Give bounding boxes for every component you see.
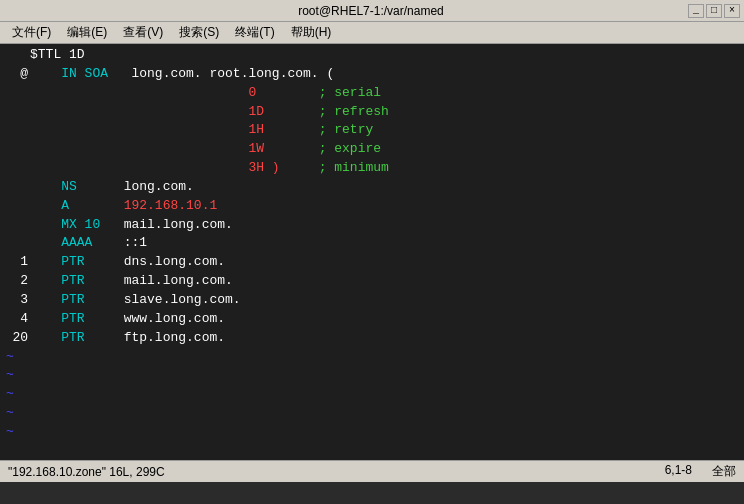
editor-line: 3 PTR slave.long.com. (6, 291, 738, 310)
minimize-button[interactable]: _ (688, 4, 704, 18)
title-bar-title: root@RHEL7-1:/var/named (54, 4, 688, 18)
editor-line: ~ (6, 404, 738, 423)
status-position: 6,1-8 (665, 463, 692, 480)
editor-line: 0 ; serial (6, 84, 738, 103)
menu-edit[interactable]: 编辑(E) (59, 22, 115, 43)
status-right: 6,1-8 全部 (665, 463, 736, 480)
editor-line: 1 PTR dns.long.com. (6, 253, 738, 272)
editor-line: A 192.168.10.1 (6, 197, 738, 216)
editor-line: MX 10 mail.long.com. (6, 216, 738, 235)
editor-line: 1W ; expire (6, 140, 738, 159)
editor-line: ~ (6, 366, 738, 385)
editor-line: 4 PTR www.long.com. (6, 310, 738, 329)
editor-content: $TTL 1D@ IN SOA long.com. root.long.com.… (0, 44, 744, 444)
editor-line: 20 PTR ftp.long.com. (6, 329, 738, 348)
editor-line: 2 PTR mail.long.com. (6, 272, 738, 291)
editor-line: ~ (6, 385, 738, 404)
title-bar-controls: _ □ × (688, 4, 740, 18)
menu-help[interactable]: 帮助(H) (283, 22, 340, 43)
editor-line: 1H ; retry (6, 121, 738, 140)
editor-line: ~ (6, 423, 738, 442)
menu-search[interactable]: 搜索(S) (171, 22, 227, 43)
menu-bar: 文件(F) 编辑(E) 查看(V) 搜索(S) 终端(T) 帮助(H) (0, 22, 744, 44)
editor-line: 3H ) ; minimum (6, 159, 738, 178)
status-bar: "192.168.10.zone" 16L, 299C 6,1-8 全部 (0, 460, 744, 482)
menu-view[interactable]: 查看(V) (115, 22, 171, 43)
editor-line: $TTL 1D (6, 46, 738, 65)
editor-area[interactable]: $TTL 1D@ IN SOA long.com. root.long.com.… (0, 44, 744, 482)
status-view: 全部 (712, 463, 736, 480)
title-bar: root@RHEL7-1:/var/named _ □ × (0, 0, 744, 22)
close-button[interactable]: × (724, 4, 740, 18)
menu-file[interactable]: 文件(F) (4, 22, 59, 43)
editor-line: 1D ; refresh (6, 103, 738, 122)
editor-line: NS long.com. (6, 178, 738, 197)
maximize-button[interactable]: □ (706, 4, 722, 18)
menu-terminal[interactable]: 终端(T) (227, 22, 282, 43)
editor-line: ~ (6, 348, 738, 367)
editor-line: AAAA ::1 (6, 234, 738, 253)
status-filename: "192.168.10.zone" 16L, 299C (8, 465, 165, 479)
editor-line: @ IN SOA long.com. root.long.com. ( (6, 65, 738, 84)
